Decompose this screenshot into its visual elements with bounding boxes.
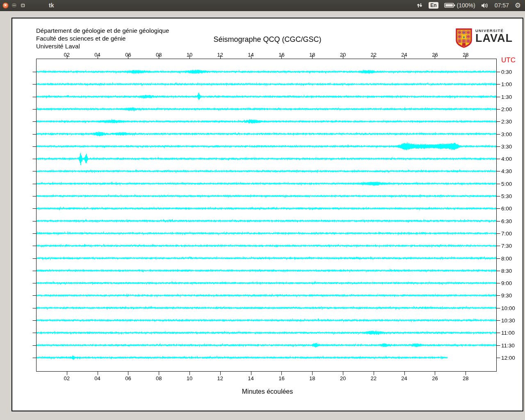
trace-utc-label: 1:30 xyxy=(501,94,512,100)
x-tick-label-bottom: 14 xyxy=(248,375,253,381)
x-tick-label-top: 22 xyxy=(371,52,377,58)
trace-utc-label: 5:00 xyxy=(501,180,512,187)
x-tick-label-bottom: 04 xyxy=(94,375,100,381)
x-tick-label-top: 06 xyxy=(125,52,131,58)
trace-utc-label: 10:30 xyxy=(501,317,515,324)
maximize-icon xyxy=(21,4,25,7)
seismograph-canvas-window: Département de géologie et de génie géol… xyxy=(11,18,523,411)
trace-utc-label: 6:00 xyxy=(501,205,512,212)
x-tick-label-bottom: 06 xyxy=(125,375,131,381)
window-titlebar: ✕ — tk En (100%) xyxy=(0,0,525,11)
header-line-2: Faculté des sciences et de génie xyxy=(36,34,208,42)
x-tick-label-bottom: 08 xyxy=(156,375,162,381)
trace-utc-label: 4:00 xyxy=(501,156,512,162)
minimize-button[interactable]: — xyxy=(11,2,17,9)
window-title: tk xyxy=(49,2,54,9)
x-tick-label-bottom: 12 xyxy=(217,375,223,381)
battery-icon xyxy=(444,2,455,8)
trace-utc-label: 6:30 xyxy=(501,218,512,224)
trace-utc-label: 11:30 xyxy=(501,342,515,348)
x-tick-label-top: 18 xyxy=(309,52,315,58)
volume-icon[interactable] xyxy=(481,2,489,9)
trace-utc-label: 2:00 xyxy=(501,106,512,112)
x-tick-label-top: 20 xyxy=(340,52,346,58)
trace-utc-label: 9:30 xyxy=(501,292,512,299)
x-tick-label-bottom: 28 xyxy=(463,375,468,381)
x-axis-title: Minutes écoulées xyxy=(242,388,293,395)
trace-utc-label: 3:00 xyxy=(501,131,512,137)
x-tick-label-top: 04 xyxy=(94,52,100,58)
trace-utc-label: 3:30 xyxy=(501,143,512,149)
seismogram-plot xyxy=(12,18,523,409)
maximize-button[interactable] xyxy=(20,2,26,9)
x-tick-label-bottom: 02 xyxy=(64,375,70,381)
trace-utc-label: 10:00 xyxy=(501,305,515,311)
utc-axis-title: UTC xyxy=(501,56,516,64)
close-button[interactable]: ✕ xyxy=(2,2,9,9)
trace-utc-label: 2:30 xyxy=(501,119,512,125)
logo-bottom-text: LAVAL xyxy=(475,33,513,43)
x-tick-label-top: 02 xyxy=(64,52,70,58)
trace-utc-label: 7:30 xyxy=(501,243,512,249)
x-tick-label-top: 24 xyxy=(401,52,407,58)
trace-utc-label: 8:00 xyxy=(501,255,512,261)
x-tick-label-bottom: 16 xyxy=(278,375,284,381)
trace-utc-label: 0:30 xyxy=(501,69,512,75)
trace-utc-label: 9:00 xyxy=(501,280,512,286)
x-tick-label-bottom: 20 xyxy=(340,375,346,381)
trace-utc-label: 1:00 xyxy=(501,81,512,87)
x-tick-label-bottom: 18 xyxy=(309,375,315,381)
header-line-1: Département de géologie et de génie géol… xyxy=(36,27,208,34)
x-tick-label-bottom: 26 xyxy=(432,375,438,381)
x-tick-label-bottom: 24 xyxy=(401,375,407,381)
x-tick-label-top: 16 xyxy=(278,52,284,58)
x-tick-label-bottom: 22 xyxy=(371,375,377,381)
battery-indicator[interactable]: (100%) xyxy=(444,2,475,9)
window-controls: ✕ — xyxy=(2,2,26,9)
institution-header: Département de géologie et de génie géol… xyxy=(36,27,208,50)
x-tick-label-bottom: 10 xyxy=(187,375,192,381)
plot-title: Séismographe QCQ (CGC/GSC) xyxy=(213,35,321,44)
trace-utc-label: 12:00 xyxy=(501,354,515,361)
battery-label: (100%) xyxy=(457,2,475,9)
laval-shield-icon xyxy=(455,28,472,48)
updown-arrows-icon[interactable] xyxy=(416,2,423,9)
x-tick-label-top: 14 xyxy=(248,52,253,58)
x-tick-label-top: 10 xyxy=(187,52,192,58)
clock[interactable]: 07:57 xyxy=(495,2,509,9)
trace-utc-label: 8:30 xyxy=(501,267,512,274)
x-tick-label-top: 12 xyxy=(217,52,223,58)
minimize-icon: — xyxy=(13,4,16,7)
x-tick-label-top: 08 xyxy=(156,52,162,58)
x-tick-label-top: 28 xyxy=(463,52,468,58)
header-line-3: Université Laval xyxy=(36,42,208,50)
x-tick-label-top: 26 xyxy=(432,52,438,58)
universite-laval-logo: UNIVERSITÉ LAVAL xyxy=(455,28,513,48)
trace-utc-label: 7:00 xyxy=(501,230,512,236)
trace-utc-label: 4:30 xyxy=(501,168,512,174)
session-gear-icon[interactable]: ⚙ xyxy=(515,2,521,9)
keyboard-layout-indicator[interactable]: En xyxy=(429,2,438,9)
trace-utc-label: 11:00 xyxy=(501,330,515,336)
trace-utc-label: 5:30 xyxy=(501,193,512,199)
